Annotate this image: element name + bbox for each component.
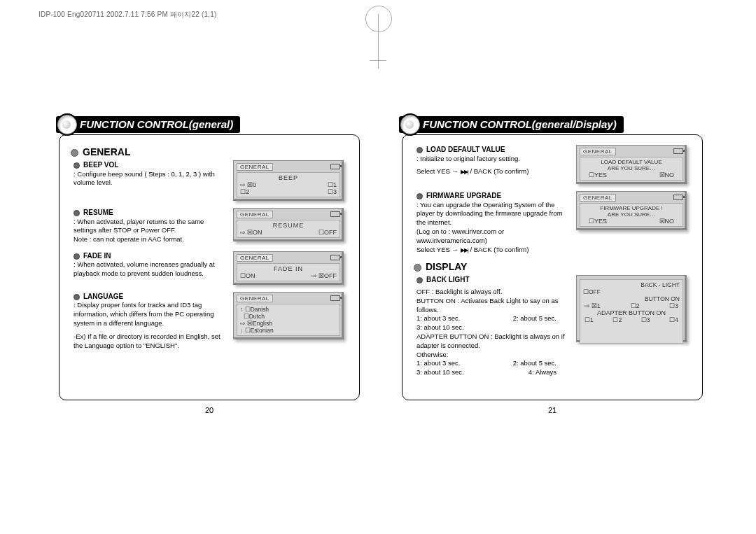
item-title-backlight: BACK LIGHT: [416, 275, 570, 285]
item-body-fw: : You can upgrade the Operating System o…: [416, 201, 570, 227]
page-heading-left: FUNCTION CONTROL(general): [56, 116, 240, 133]
page-left: FUNCTION CONTROL(general) GENERAL BEEP V…: [59, 111, 360, 413]
battery-icon: [330, 211, 340, 217]
bl-otherwise: Otherwise:: [416, 351, 570, 360]
item-title-fade: FADE IN: [74, 251, 227, 261]
running-header: IDP-100 Eng020711 2002.7.11 7:56 PM 페이지2…: [38, 10, 217, 20]
bl-adapter: ADAPTER BUTTON ON : Backlight is always …: [416, 332, 570, 351]
crop-mark-top: [378, 6, 379, 69]
item-confirm-fw: Select YES → / BACK (To confirm): [416, 246, 570, 255]
play-icon: [461, 246, 468, 253]
lcd-fade: GENERAL FADE IN ON OFF: [233, 251, 344, 285]
battery-icon: [330, 295, 340, 301]
item-ex-lang: -Ex) If a file or directory is recorded …: [74, 332, 227, 351]
item-paren-fw: (Log on to : www.iriver.com or www.irive…: [416, 227, 570, 246]
item-note-resume: Note : can not operate in AAC format.: [74, 235, 227, 244]
lcd-lang: GENERAL ↑ Danish Dutch English ↓ Estonia…: [233, 292, 344, 339]
play-icon: [461, 167, 468, 175]
section-general: GENERAL: [83, 146, 130, 157]
item-body-fade: : When activated, volume increases gradu…: [74, 260, 227, 279]
item-title-lang: LANGUAGE: [74, 292, 227, 302]
bullet-icon: [71, 149, 78, 157]
bl-off: OFF : Backlight is always off.: [416, 288, 570, 297]
battery-icon: [330, 164, 340, 169]
item-body-lang: : Display proper fonts for tracks and ID…: [74, 301, 227, 328]
page-number-left: 20: [59, 406, 360, 414]
item-body-load: : Initialize to original factory setting…: [416, 155, 570, 164]
item-title-load: LOAD DEFAULT VALUE: [416, 145, 570, 155]
page-right: FUNCTION CONTROL(general/Display) LOAD D…: [402, 111, 703, 413]
item-body-resume: : When activated, player returns to the …: [74, 218, 227, 236]
lcd-load: GENERAL LOAD DEFAULT VALUE ARE YOU SURE……: [576, 145, 687, 184]
item-confirm-load: Select YES → / BACK (To confirm): [416, 167, 570, 176]
bl-btn-on: BUTTON ON : Activates Back Light to say …: [416, 297, 570, 315]
lcd-backlight: BACK - LIGHT OFF BUTTON ON 1 2 3 ADAPTER…: [576, 275, 687, 342]
lcd-resume: GENERAL RESUME ON OFF: [233, 208, 344, 241]
page-number-right: 21: [402, 406, 703, 414]
item-title-fw: FIRMWARE UPGRADE: [416, 191, 570, 201]
item-title-beep: BEEP VOL: [74, 160, 227, 170]
item-body-beep: : Configure beep sound ( Steps : 0, 1, 2…: [74, 170, 227, 188]
page-heading-right: FUNCTION CONTROL(general/Display): [399, 116, 624, 133]
section-display: DISPLAY: [426, 261, 467, 272]
bullet-icon: [414, 264, 421, 272]
item-title-resume: RESUME: [74, 208, 227, 218]
battery-icon: [330, 255, 340, 260]
lcd-fw: GENERAL FIRMWARE UPGRADE ! ARE YOU SURE……: [576, 191, 687, 230]
battery-icon: [673, 148, 683, 154]
lcd-beep: GENERAL BEEP 0 1 2 3: [233, 160, 344, 201]
battery-icon: [673, 195, 683, 200]
